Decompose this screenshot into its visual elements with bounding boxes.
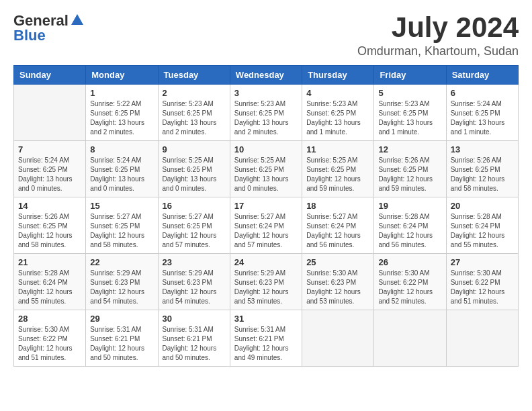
day-info: Sunrise: 5:29 AM Sunset: 6:23 PM Dayligh… xyxy=(90,269,153,306)
day-number: 6 xyxy=(451,88,514,98)
day-info: Sunrise: 5:29 AM Sunset: 6:23 PM Dayligh… xyxy=(234,269,298,306)
day-info: Sunrise: 5:27 AM Sunset: 6:25 PM Dayligh… xyxy=(90,212,153,250)
day-number: 3 xyxy=(234,88,298,98)
calendar-cell: 23Sunrise: 5:29 AM Sunset: 6:23 PM Dayli… xyxy=(158,254,230,310)
calendar-cell xyxy=(374,310,446,367)
calendar-cell: 25Sunrise: 5:30 AM Sunset: 6:23 PM Dayli… xyxy=(302,254,374,310)
day-info: Sunrise: 5:26 AM Sunset: 6:25 PM Dayligh… xyxy=(451,156,514,193)
day-number: 19 xyxy=(378,201,441,211)
day-number: 25 xyxy=(306,257,369,267)
day-number: 31 xyxy=(234,314,298,324)
day-number: 9 xyxy=(163,144,226,154)
col-header-sunday: Sunday xyxy=(14,66,86,85)
day-info: Sunrise: 5:27 AM Sunset: 6:24 PM Dayligh… xyxy=(306,212,369,250)
day-number: 7 xyxy=(18,144,81,154)
calendar-cell: 12Sunrise: 5:26 AM Sunset: 6:25 PM Dayli… xyxy=(374,141,446,197)
day-number: 22 xyxy=(90,257,153,267)
week-row-1: 1Sunrise: 5:22 AM Sunset: 6:25 PM Daylig… xyxy=(14,85,519,141)
day-number: 21 xyxy=(18,257,81,267)
day-number: 15 xyxy=(90,201,153,211)
calendar-cell: 16Sunrise: 5:27 AM Sunset: 6:25 PM Dayli… xyxy=(158,197,230,254)
day-number: 20 xyxy=(451,201,514,211)
week-row-2: 7Sunrise: 5:24 AM Sunset: 6:25 PM Daylig… xyxy=(14,141,519,197)
day-number: 29 xyxy=(90,314,153,324)
subtitle: Omdurman, Khartoum, Sudan xyxy=(357,44,519,58)
logo-blue-text: Blue xyxy=(13,28,46,43)
day-info: Sunrise: 5:30 AM Sunset: 6:22 PM Dayligh… xyxy=(378,269,441,306)
calendar-cell xyxy=(14,85,86,141)
day-number: 28 xyxy=(18,314,81,324)
week-row-4: 21Sunrise: 5:28 AM Sunset: 6:24 PM Dayli… xyxy=(14,254,519,310)
calendar-cell: 3Sunrise: 5:23 AM Sunset: 6:25 PM Daylig… xyxy=(230,85,302,141)
calendar-cell xyxy=(446,310,518,367)
day-number: 13 xyxy=(451,144,514,154)
day-info: Sunrise: 5:31 AM Sunset: 6:21 PM Dayligh… xyxy=(90,325,153,363)
day-number: 12 xyxy=(378,144,441,154)
day-info: Sunrise: 5:24 AM Sunset: 6:25 PM Dayligh… xyxy=(18,156,81,193)
day-info: Sunrise: 5:25 AM Sunset: 6:25 PM Dayligh… xyxy=(306,156,369,193)
calendar-cell: 21Sunrise: 5:28 AM Sunset: 6:24 PM Dayli… xyxy=(14,254,86,310)
calendar-cell: 2Sunrise: 5:23 AM Sunset: 6:25 PM Daylig… xyxy=(158,85,230,141)
day-info: Sunrise: 5:25 AM Sunset: 6:25 PM Dayligh… xyxy=(234,156,298,193)
col-header-wednesday: Wednesday xyxy=(230,66,302,85)
main-title: July 2024 xyxy=(357,13,519,42)
calendar-cell: 28Sunrise: 5:30 AM Sunset: 6:22 PM Dayli… xyxy=(14,310,86,367)
col-header-tuesday: Tuesday xyxy=(158,66,230,85)
calendar-cell: 18Sunrise: 5:27 AM Sunset: 6:24 PM Dayli… xyxy=(302,197,374,254)
day-number: 1 xyxy=(90,88,153,98)
calendar-cell: 31Sunrise: 5:31 AM Sunset: 6:21 PM Dayli… xyxy=(230,310,302,367)
day-info: Sunrise: 5:26 AM Sunset: 6:25 PM Dayligh… xyxy=(378,156,441,193)
logo-general-text: General xyxy=(13,13,69,28)
calendar-cell: 6Sunrise: 5:24 AM Sunset: 6:25 PM Daylig… xyxy=(446,85,518,141)
day-info: Sunrise: 5:31 AM Sunset: 6:21 PM Dayligh… xyxy=(234,325,298,363)
day-info: Sunrise: 5:22 AM Sunset: 6:25 PM Dayligh… xyxy=(90,99,153,137)
day-number: 11 xyxy=(306,144,369,154)
logo-icon xyxy=(70,13,85,28)
day-info: Sunrise: 5:30 AM Sunset: 6:23 PM Dayligh… xyxy=(306,269,369,306)
day-info: Sunrise: 5:23 AM Sunset: 6:25 PM Dayligh… xyxy=(163,99,226,137)
day-info: Sunrise: 5:23 AM Sunset: 6:25 PM Dayligh… xyxy=(234,99,298,137)
day-number: 26 xyxy=(378,257,441,267)
calendar-cell: 7Sunrise: 5:24 AM Sunset: 6:25 PM Daylig… xyxy=(14,141,86,197)
calendar-cell: 8Sunrise: 5:24 AM Sunset: 6:25 PM Daylig… xyxy=(86,141,158,197)
calendar-cell: 22Sunrise: 5:29 AM Sunset: 6:23 PM Dayli… xyxy=(86,254,158,310)
day-info: Sunrise: 5:29 AM Sunset: 6:23 PM Dayligh… xyxy=(163,269,226,306)
calendar-table: SundayMondayTuesdayWednesdayThursdayFrid… xyxy=(13,65,519,367)
col-header-saturday: Saturday xyxy=(446,66,518,85)
day-number: 4 xyxy=(306,88,369,98)
calendar-cell: 30Sunrise: 5:31 AM Sunset: 6:21 PM Dayli… xyxy=(158,310,230,367)
day-info: Sunrise: 5:27 AM Sunset: 6:25 PM Dayligh… xyxy=(163,212,226,250)
calendar-cell: 27Sunrise: 5:30 AM Sunset: 6:22 PM Dayli… xyxy=(446,254,518,310)
page-header: General Blue July 2024 Omdurman, Khartou… xyxy=(13,13,519,58)
calendar-cell: 4Sunrise: 5:23 AM Sunset: 6:25 PM Daylig… xyxy=(302,85,374,141)
col-header-friday: Friday xyxy=(374,66,446,85)
calendar-cell: 15Sunrise: 5:27 AM Sunset: 6:25 PM Dayli… xyxy=(86,197,158,254)
day-info: Sunrise: 5:31 AM Sunset: 6:21 PM Dayligh… xyxy=(163,325,226,363)
day-number: 24 xyxy=(234,257,298,267)
calendar-cell: 9Sunrise: 5:25 AM Sunset: 6:25 PM Daylig… xyxy=(158,141,230,197)
day-number: 16 xyxy=(163,201,226,211)
calendar-cell xyxy=(302,310,374,367)
calendar-cell: 1Sunrise: 5:22 AM Sunset: 6:25 PM Daylig… xyxy=(86,85,158,141)
day-info: Sunrise: 5:25 AM Sunset: 6:25 PM Dayligh… xyxy=(163,156,226,193)
week-row-5: 28Sunrise: 5:30 AM Sunset: 6:22 PM Dayli… xyxy=(14,310,519,367)
day-number: 10 xyxy=(234,144,298,154)
calendar-cell: 11Sunrise: 5:25 AM Sunset: 6:25 PM Dayli… xyxy=(302,141,374,197)
day-info: Sunrise: 5:23 AM Sunset: 6:25 PM Dayligh… xyxy=(378,99,441,137)
calendar-cell: 20Sunrise: 5:28 AM Sunset: 6:24 PM Dayli… xyxy=(446,197,518,254)
day-info: Sunrise: 5:23 AM Sunset: 6:25 PM Dayligh… xyxy=(306,99,369,137)
col-header-monday: Monday xyxy=(86,66,158,85)
day-number: 14 xyxy=(18,201,81,211)
day-info: Sunrise: 5:24 AM Sunset: 6:25 PM Dayligh… xyxy=(451,99,514,137)
day-number: 27 xyxy=(451,257,514,267)
day-info: Sunrise: 5:30 AM Sunset: 6:22 PM Dayligh… xyxy=(18,325,81,363)
calendar-cell: 26Sunrise: 5:30 AM Sunset: 6:22 PM Dayli… xyxy=(374,254,446,310)
day-info: Sunrise: 5:26 AM Sunset: 6:25 PM Dayligh… xyxy=(18,212,81,250)
calendar-cell: 19Sunrise: 5:28 AM Sunset: 6:24 PM Dayli… xyxy=(374,197,446,254)
calendar-cell: 14Sunrise: 5:26 AM Sunset: 6:25 PM Dayli… xyxy=(14,197,86,254)
day-info: Sunrise: 5:30 AM Sunset: 6:22 PM Dayligh… xyxy=(451,269,514,306)
title-section: July 2024 Omdurman, Khartoum, Sudan xyxy=(357,13,519,58)
day-info: Sunrise: 5:28 AM Sunset: 6:24 PM Dayligh… xyxy=(18,269,81,306)
calendar-cell: 13Sunrise: 5:26 AM Sunset: 6:25 PM Dayli… xyxy=(446,141,518,197)
calendar-cell: 29Sunrise: 5:31 AM Sunset: 6:21 PM Dayli… xyxy=(86,310,158,367)
